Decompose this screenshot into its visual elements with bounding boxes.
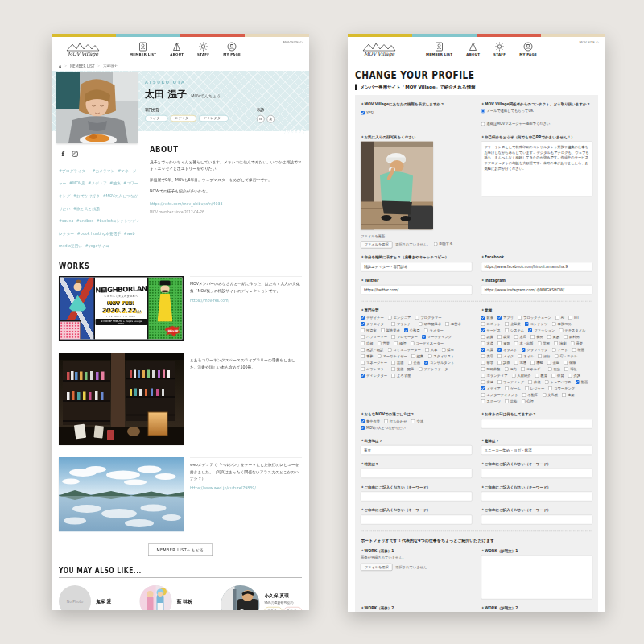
industry-checkbox[interactable] <box>518 354 522 358</box>
industry-option[interactable]: 貿易 <box>547 334 560 339</box>
intro-textarea[interactable]: フリーランスとして特殊印刷のコンサルタント業務や編集の仕事をお受けしながら暮らし… <box>481 142 593 196</box>
specialty-option[interactable]: ライター <box>424 328 444 332</box>
specialty-checkbox[interactable] <box>411 341 415 345</box>
industry-option[interactable]: コワーキング <box>548 386 575 390</box>
related-member-card[interactable]: 小久保 真環 SNSの愛好研究室の ライター イベント <box>221 585 302 610</box>
industry-option[interactable]: 運輸 <box>530 360 543 365</box>
nav-member-list[interactable]: MEMBER LIST <box>426 41 452 56</box>
specialty-option[interactable]: コミュニケーター <box>387 347 421 352</box>
industry-checkbox[interactable] <box>481 361 485 365</box>
industry-option[interactable]: テキスタイル <box>559 328 585 332</box>
industry-option[interactable]: 福祉 <box>564 366 577 371</box>
industry-option[interactable]: 農業 <box>497 334 510 339</box>
industry-option[interactable]: ゲーム <box>505 386 521 390</box>
industry-checkbox[interactable] <box>538 354 542 358</box>
catchcopy-input[interactable] <box>361 262 473 271</box>
industry-option[interactable]: ファッション <box>528 328 555 332</box>
specialty-checkbox[interactable] <box>427 354 431 358</box>
industry-option[interactable]: ロボット <box>481 321 501 326</box>
specialty-option[interactable]: ファシリテーター <box>418 366 452 371</box>
industry-option[interactable]: グラフィック <box>521 347 547 352</box>
industry-option[interactable]: 不動産 <box>522 392 539 397</box>
specialty-option[interactable]: 編集 <box>411 353 424 358</box>
work-link[interactable]: https://www.wed.jp/culture/79839/ <box>190 485 256 492</box>
industry-checkbox[interactable] <box>481 322 485 326</box>
specialty-checkbox[interactable] <box>378 354 382 358</box>
file-select-button[interactable]: ファイルを選択 <box>361 242 392 249</box>
industry-option[interactable]: 飲食 <box>481 315 494 320</box>
contact-option-email[interactable]: メールで連絡してもらってOK <box>481 109 534 114</box>
specialty-checkbox[interactable] <box>361 328 365 332</box>
hobby-input[interactable] <box>481 445 593 455</box>
industry-checkbox[interactable] <box>521 367 525 371</box>
industry-option[interactable]: アート <box>552 347 568 352</box>
industry-option[interactable]: スポーツ <box>481 398 501 403</box>
hashtag-link[interactable]: #メディア <box>88 181 106 186</box>
skill-input[interactable] <box>361 469 473 478</box>
industry-checkbox[interactable] <box>505 328 509 332</box>
related-member-tag[interactable]: イベント <box>284 607 302 610</box>
contact-radio-manager[interactable] <box>481 122 485 126</box>
industry-checkbox[interactable] <box>512 374 516 378</box>
industry-option[interactable]: ウェディング <box>497 379 524 384</box>
industry-option[interactable]: 美容 <box>481 353 494 358</box>
industry-checkbox[interactable] <box>542 393 546 397</box>
industry-checkbox[interactable] <box>576 380 580 384</box>
hashtag-link[interactable]: #編集 <box>109 181 120 186</box>
nav-member-list[interactable]: MEMBER LIST <box>130 41 156 56</box>
industry-option[interactable]: エンターテイメント <box>481 392 518 397</box>
facebook-icon[interactable]: f <box>60 151 66 157</box>
industry-checkbox[interactable] <box>481 399 485 403</box>
industry-option[interactable]: 保健 <box>481 379 494 384</box>
industry-option[interactable]: IoT <box>568 315 579 320</box>
specialty-checkbox[interactable] <box>424 328 428 332</box>
industry-checkbox[interactable] <box>555 316 559 320</box>
specialty-option[interactable]: コーディネーター <box>411 341 444 345</box>
industry-checkbox[interactable] <box>522 393 526 397</box>
specialty-option[interactable]: 事務 <box>361 353 374 358</box>
specialty-checkbox[interactable] <box>361 335 365 339</box>
industry-option[interactable]: 電気 <box>497 341 510 345</box>
specialty-option[interactable]: エンジニア <box>388 315 411 320</box>
delete-photo-radio[interactable] <box>433 242 437 246</box>
industry-option[interactable]: 文化系 <box>542 392 558 397</box>
nav-about[interactable]: ABOUT <box>170 41 184 56</box>
related-member-card[interactable]: 藍 味鋺 <box>140 585 221 610</box>
specialty-checkbox[interactable] <box>381 328 385 332</box>
related-member-tag[interactable]: ライター <box>264 607 282 610</box>
specialty-checkbox[interactable] <box>391 361 395 365</box>
industry-option[interactable]: 写真 <box>481 347 494 352</box>
industry-option[interactable]: 葬儀 <box>528 379 541 384</box>
specialty-checkbox[interactable] <box>391 335 395 339</box>
industry-option[interactable]: 食品 <box>530 334 543 339</box>
spend-checkbox[interactable] <box>361 426 365 430</box>
industry-checkbox[interactable] <box>481 354 485 358</box>
industry-checkbox[interactable] <box>514 341 518 345</box>
industry-checkbox[interactable] <box>481 348 485 352</box>
specialty-checkbox[interactable] <box>361 374 365 378</box>
industry-checkbox[interactable] <box>564 335 568 339</box>
industry-checkbox[interactable] <box>497 335 502 339</box>
nav-staff[interactable]: STAFF <box>197 41 209 56</box>
specialty-option[interactable]: カウンセラー <box>361 366 387 371</box>
specialty-option[interactable]: 公務員 <box>404 328 420 332</box>
industry-checkbox[interactable] <box>481 328 485 332</box>
work-link[interactable]: https://mov-fes.com/ <box>190 297 229 303</box>
specialty-checkbox[interactable] <box>418 367 422 371</box>
nav-my-page[interactable]: MY PAGE <box>519 41 537 56</box>
industry-option[interactable]: ネイル <box>518 353 534 358</box>
industry-option[interactable]: コンテンツ <box>525 321 548 326</box>
spend-checkbox[interactable] <box>361 419 365 423</box>
spend-option[interactable]: 打ち合わせ <box>384 419 407 423</box>
industry-checkbox[interactable] <box>505 322 509 326</box>
industry-option[interactable]: ボランティア <box>481 373 508 378</box>
industry-checkbox[interactable] <box>530 361 535 365</box>
industry-checkbox[interactable] <box>481 393 485 397</box>
breadcrumb-member-list[interactable]: MEMBER LIST <box>70 64 95 68</box>
industry-checkbox[interactable] <box>497 354 502 358</box>
industry-checkbox[interactable] <box>555 354 559 358</box>
industry-option[interactable]: 水産 <box>514 334 527 339</box>
contact-option-manager[interactable]: 連絡はMOVマネージャー経由でください <box>481 122 551 126</box>
industry-checkbox[interactable] <box>572 348 576 352</box>
free-keyword-input[interactable] <box>481 492 593 502</box>
